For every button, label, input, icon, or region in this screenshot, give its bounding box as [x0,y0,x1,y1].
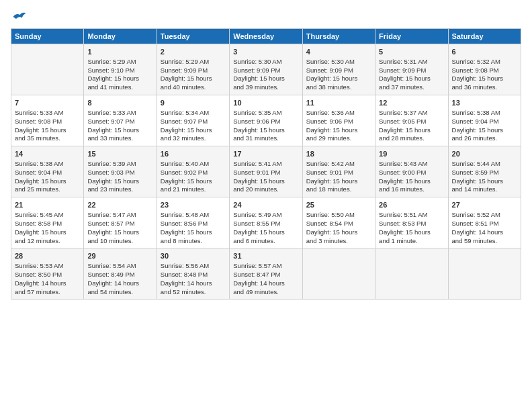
day-info-line: Daylight: 15 hours [161,228,226,237]
day-info-line: Sunrise: 5:35 AM [233,109,298,118]
calendar-cell: 26Sunrise: 5:51 AMSunset: 8:53 PMDayligh… [375,197,448,248]
day-info-line: Sunrise: 5:40 AM [161,160,226,169]
calendar-week-row: 28Sunrise: 5:53 AMSunset: 8:50 PMDayligh… [11,248,521,300]
day-number: 5 [379,47,444,57]
day-info-line: Daylight: 15 hours [15,228,80,237]
day-info-line: Sunset: 9:05 PM [379,118,444,126]
day-number: 18 [306,149,371,159]
day-info-line: Daylight: 15 hours [15,126,80,135]
calendar-cell: 9Sunrise: 5:34 AMSunset: 9:07 PMDaylight… [157,95,229,146]
day-info-line: Sunset: 9:09 PM [161,66,226,75]
day-number: 12 [379,98,444,108]
weekday-header: Tuesday [157,29,229,44]
day-info-line: Sunset: 9:02 PM [161,169,226,177]
calendar-cell: 8Sunrise: 5:33 AMSunset: 9:07 PMDaylight… [84,95,157,146]
weekday-header: Saturday [448,29,521,44]
day-info-line: Sunset: 9:03 PM [87,169,152,177]
day-info-line: Sunrise: 5:51 AM [379,211,444,220]
calendar-week-row: 7Sunrise: 5:33 AMSunset: 9:08 PMDaylight… [11,95,521,146]
day-info-line: Sunset: 8:57 PM [87,220,152,228]
day-info-line: Sunset: 8:48 PM [161,271,226,279]
day-info-line: and 12 minutes. [15,237,80,246]
day-info-line: Sunset: 9:09 PM [233,66,298,75]
day-info-line: Daylight: 15 hours [161,126,226,135]
weekday-header: Friday [375,29,448,44]
day-info-line: Daylight: 15 hours [233,126,298,135]
day-info-line: and 37 minutes. [379,83,444,92]
day-info-line: Daylight: 15 hours [306,126,371,135]
day-info-line: Sunset: 8:50 PM [15,271,80,279]
day-info-line: Sunset: 8:56 PM [161,220,226,228]
day-number: 27 [452,200,517,210]
day-number: 26 [379,200,444,210]
day-info-line: Sunrise: 5:39 AM [87,160,152,169]
day-number: 19 [379,149,444,159]
day-info-line: Sunrise: 5:31 AM [379,58,444,66]
day-info-line: Sunrise: 5:37 AM [379,109,444,118]
day-info-line: Sunset: 9:04 PM [452,118,517,126]
day-info-line: and 36 minutes. [452,83,517,92]
calendar-cell [448,248,521,300]
day-info-line: and 20 minutes. [233,185,298,194]
calendar-cell: 25Sunrise: 5:50 AMSunset: 8:54 PMDayligh… [302,197,375,248]
day-info-line: Sunset: 8:47 PM [233,271,298,279]
day-info-line: Sunset: 9:09 PM [306,66,371,75]
day-info-line: Sunset: 8:54 PM [306,220,371,228]
calendar-cell: 7Sunrise: 5:33 AMSunset: 9:08 PMDaylight… [11,95,84,146]
day-number: 8 [87,98,152,108]
calendar-cell: 11Sunrise: 5:36 AMSunset: 9:06 PMDayligh… [302,95,375,146]
day-info-line: Daylight: 15 hours [15,177,80,186]
calendar-cell: 13Sunrise: 5:38 AMSunset: 9:04 PMDayligh… [448,95,521,146]
day-info-line: Sunset: 9:08 PM [452,66,517,75]
calendar-cell: 28Sunrise: 5:53 AMSunset: 8:50 PMDayligh… [11,248,84,300]
day-info-line: Daylight: 15 hours [161,177,226,186]
calendar-cell: 4Sunrise: 5:30 AMSunset: 9:09 PMDaylight… [302,44,375,95]
day-number: 11 [306,98,371,108]
day-info-line: Daylight: 15 hours [452,177,517,186]
day-info-line: Daylight: 15 hours [87,228,152,237]
day-info-line: Daylight: 14 hours [15,279,80,288]
day-info-line: Sunrise: 5:56 AM [161,262,226,271]
day-number: 15 [87,149,152,159]
day-info-line: Sunrise: 5:34 AM [161,109,226,118]
day-info-line: Daylight: 15 hours [379,126,444,135]
calendar-cell: 18Sunrise: 5:42 AMSunset: 9:01 PMDayligh… [302,146,375,197]
day-info-line: Sunset: 9:07 PM [161,118,226,126]
day-info-line: Daylight: 14 hours [161,279,226,288]
page: SundayMondayTuesdayWednesdayThursdayFrid… [0,0,532,306]
day-number: 29 [87,251,152,261]
day-number: 9 [161,98,226,108]
calendar-cell: 23Sunrise: 5:48 AMSunset: 8:56 PMDayligh… [157,197,229,248]
calendar-cell: 10Sunrise: 5:35 AMSunset: 9:06 PMDayligh… [230,95,302,146]
calendar-header-row: SundayMondayTuesdayWednesdayThursdayFrid… [11,29,521,44]
day-info-line: Sunset: 8:53 PM [379,220,444,228]
day-info-line: Sunrise: 5:45 AM [15,211,80,220]
day-info-line: Sunrise: 5:33 AM [15,109,80,118]
day-info-line: Daylight: 15 hours [306,228,371,237]
day-info-line: Sunrise: 5:29 AM [87,58,152,66]
day-number: 30 [161,251,226,261]
calendar-cell: 29Sunrise: 5:54 AMSunset: 8:49 PMDayligh… [84,248,157,300]
day-number: 17 [233,149,298,159]
day-info-line: Sunrise: 5:52 AM [452,211,517,220]
day-info-line: Sunrise: 5:29 AM [161,58,226,66]
day-info-line: Daylight: 15 hours [379,177,444,186]
day-info-line: Sunrise: 5:43 AM [379,160,444,169]
day-info-line: and 16 minutes. [379,185,444,194]
calendar-cell: 12Sunrise: 5:37 AMSunset: 9:05 PMDayligh… [375,95,448,146]
day-info-line: Daylight: 14 hours [87,279,152,288]
day-number: 28 [15,251,80,261]
day-info-line: Daylight: 15 hours [306,75,371,83]
day-info-line: Sunrise: 5:57 AM [233,262,298,271]
day-info-line: Sunset: 9:06 PM [233,118,298,126]
calendar-cell: 21Sunrise: 5:45 AMSunset: 8:58 PMDayligh… [11,197,84,248]
day-number: 13 [452,98,517,108]
calendar-cell: 30Sunrise: 5:56 AMSunset: 8:48 PMDayligh… [157,248,229,300]
day-number: 6 [452,47,517,57]
day-info-line: and 1 minute. [379,237,444,246]
day-number: 23 [161,200,226,210]
logo [11,11,30,26]
day-info-line: and 40 minutes. [161,83,226,92]
day-info-line: and 31 minutes. [233,134,298,143]
calendar-cell: 24Sunrise: 5:49 AMSunset: 8:55 PMDayligh… [230,197,302,248]
